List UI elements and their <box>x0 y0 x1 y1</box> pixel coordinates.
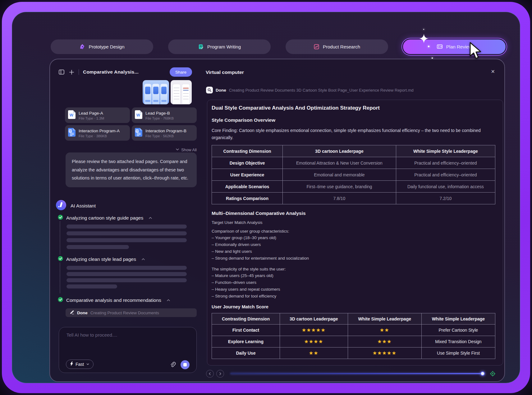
new-chat-icon[interactable] <box>69 69 75 75</box>
share-button[interactable]: Share <box>170 67 192 77</box>
doc-list-item: – Function–driven users <box>212 280 495 285</box>
lightning-icon <box>70 361 73 367</box>
check-icon <box>58 215 63 221</box>
divider <box>79 69 79 75</box>
chat-input[interactable] <box>66 332 188 358</box>
task-skeleton <box>60 221 193 254</box>
doc-subheading: Target User Match Analysis <box>212 220 495 225</box>
tab-label: Prototype Design <box>89 44 124 49</box>
file-meta: File Type · 386KB <box>79 134 120 138</box>
tab-prototype-design[interactable]: Prototype Design <box>51 39 153 54</box>
stop-button[interactable] <box>181 360 190 369</box>
doc-w-icon: W <box>68 110 76 120</box>
vc-status-text: Creating Product Review Documents 3D Car… <box>229 88 414 93</box>
panel-title: Virtual computer <box>206 70 244 75</box>
task-label: Comparative analysis and recommendations <box>66 297 161 303</box>
tab-plan-review[interactable]: Plan Review <box>403 39 506 54</box>
task-row[interactable]: Comparative analysis and recommendations <box>58 297 171 303</box>
avatar <box>56 200 66 212</box>
svg-text:W: W <box>136 113 140 117</box>
file-card[interactable]: W Lead Page-A File Type · 1.3M <box>65 107 130 123</box>
task-row[interactable]: Analyzing clean style lead pages <box>58 256 145 262</box>
skeleton-bar <box>66 284 117 288</box>
file-card[interactable]: W Lead Page-B File Type · 768KB <box>132 107 197 123</box>
table-row: User Experience Emotional and memorable … <box>212 169 495 181</box>
show-all-button[interactable]: Show All <box>65 147 197 152</box>
file-name: Interaction Program-A <box>79 128 120 134</box>
table-row: Explore Learning ★★★★ ★★★ Mixed Transiti… <box>212 336 495 347</box>
doc-section-heading: Multi–Dimensional Comparative Analysis <box>212 211 495 216</box>
tab-label: Plan Review <box>446 44 472 49</box>
check-icon <box>58 256 63 262</box>
star-rating: ★★★ <box>348 336 421 347</box>
target-icon[interactable] <box>490 371 496 377</box>
next-button[interactable] <box>216 370 224 378</box>
chat-header: Comparative Analysis... Share <box>58 67 192 77</box>
doc-list-item: – Heavy users and repeat customers <box>212 287 495 292</box>
status-text: Creating Product Review Documents <box>90 311 159 315</box>
preview-thumbnail-simple[interactable] <box>171 80 192 104</box>
pencil-icon <box>70 310 74 316</box>
skeleton-bar <box>66 245 129 249</box>
file-card[interactable]: W Interaction Program-A File Type · 386K… <box>65 125 130 141</box>
preview-thumbnail-cartoon[interactable] <box>143 80 169 104</box>
chart-icon <box>314 44 319 50</box>
file-name: Interaction Program-B <box>145 128 186 134</box>
doc-section-heading: Style Comparison Overview <box>212 117 495 123</box>
star-rating: ★★★★ <box>280 336 348 347</box>
prev-button[interactable] <box>206 370 214 378</box>
slider-knob[interactable] <box>480 371 485 376</box>
app-window: Prototype Design Program Writing Product… <box>12 12 520 383</box>
chevron-up-icon[interactable] <box>148 216 153 220</box>
doc-w-icon: W <box>135 110 142 120</box>
attachment-previews <box>143 80 192 104</box>
chevron-up-icon[interactable] <box>166 298 171 302</box>
doc-list-item: – Younger group (18–30 years old) <box>212 235 495 240</box>
tab-product-research[interactable]: Product Research <box>286 39 388 54</box>
chat-input-box: Fast <box>59 327 197 373</box>
table-header-row: Contrasting Dimension 3D cartoon Leaderp… <box>212 145 495 157</box>
pen-icon <box>79 44 85 50</box>
task-label: Analyzing clean style lead pages <box>66 257 136 262</box>
file-meta: File Type · 768KB <box>145 116 174 120</box>
mode-selector[interactable]: Fast <box>66 360 94 369</box>
vc-status-row: Done Creating Product Review Documents 3… <box>206 87 492 93</box>
file-meta: File Type · 1.3M <box>79 116 104 120</box>
table-header-row: Contrasting Dimension 3D cartoon Leaderp… <box>212 313 495 325</box>
user-message: Please review the two attached lead page… <box>66 152 197 187</box>
tab-program-writing[interactable]: Program Writing <box>168 39 271 54</box>
style-comparison-table: Contrasting Dimension 3D cartoon Leaderp… <box>212 145 495 204</box>
timeline-slider[interactable] <box>230 371 485 376</box>
paperclip-icon[interactable] <box>169 361 176 368</box>
skeleton-bar <box>66 238 187 242</box>
skeleton-bar <box>66 278 187 282</box>
skeleton-bar <box>66 272 187 276</box>
file-meta: File Type · 562KB <box>145 134 186 138</box>
tab-label: Product Research <box>323 44 360 49</box>
svg-text:W: W <box>136 129 138 132</box>
chevron-down-icon <box>175 147 180 152</box>
slider-track <box>230 373 485 374</box>
task-status[interactable]: Done Creating Product Review Documents <box>66 308 197 317</box>
star-rating: ★★ <box>280 347 348 359</box>
mode-tabs: Prototype Design Program Writing Product… <box>51 39 506 54</box>
chevron-up-icon[interactable] <box>141 257 145 261</box>
chat-panel: Comparative Analysis... Share <box>50 59 199 381</box>
journey-score-table: Contrasting Dimension 3D cartoon Leaderp… <box>212 313 495 359</box>
star-rating: ★★ <box>348 325 421 336</box>
task-skeleton <box>60 263 193 293</box>
star-rating: ★★★★★ <box>348 347 421 359</box>
file-card[interactable]: W Interaction Program-B File Type · 562K… <box>132 125 197 141</box>
task-row[interactable]: Analyzing cartoon style guide pages <box>58 215 153 221</box>
desktop: Prototype Design Program Writing Product… <box>0 0 532 395</box>
svg-text:W: W <box>70 113 74 117</box>
doc-list-item: – Mature users (25–45 years old) <box>212 273 495 278</box>
notebook-icon <box>198 44 204 50</box>
star-rating: ★★★★★ <box>280 325 348 336</box>
close-icon[interactable]: ✕ <box>491 69 495 75</box>
doc-program-icon: W <box>68 128 76 138</box>
sidebar-toggle-icon[interactable] <box>58 69 65 75</box>
doc-paragraph: Comparison of user group characteristics… <box>212 229 495 234</box>
doc-program-icon: W <box>135 128 142 138</box>
doc-list-item: – New and light users <box>212 249 495 254</box>
